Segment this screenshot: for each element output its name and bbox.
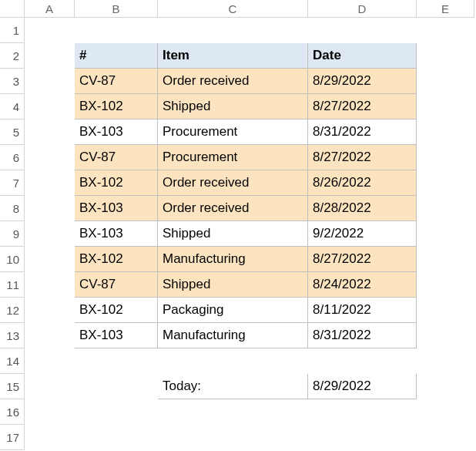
table-row-date[interactable]: 8/11/2022	[308, 298, 417, 323]
col-header-D[interactable]: D	[308, 0, 417, 18]
table-row-num[interactable]: BX-102	[75, 94, 158, 119]
cell-E15[interactable]	[417, 374, 474, 399]
cell-B14[interactable]	[75, 348, 158, 374]
table-row-num[interactable]: BX-103	[75, 196, 158, 221]
table-row-num[interactable]: BX-103	[75, 119, 158, 145]
cell-A9[interactable]	[25, 221, 75, 247]
table-row-date[interactable]: 8/26/2022	[308, 170, 417, 196]
table-row-date[interactable]: 8/29/2022	[308, 69, 417, 94]
cell-C14[interactable]	[158, 348, 308, 374]
table-row-num[interactable]: BX-102	[75, 298, 158, 323]
table-row-num[interactable]: BX-103	[75, 221, 158, 247]
row-header-3[interactable]: 3	[0, 69, 25, 94]
cell-B15[interactable]	[75, 374, 158, 399]
row-header-9[interactable]: 9	[0, 221, 25, 247]
cell-E6[interactable]	[417, 145, 474, 170]
table-row-date[interactable]: 8/27/2022	[308, 247, 417, 272]
table-header-item[interactable]: Item	[158, 43, 308, 69]
row-header-8[interactable]: 8	[0, 196, 25, 221]
table-row-item[interactable]: Procurement	[158, 145, 308, 170]
cell-C1[interactable]	[158, 18, 308, 43]
table-row-item[interactable]: Packaging	[158, 298, 308, 323]
cell-E9[interactable]	[417, 221, 474, 247]
table-row-date[interactable]: 8/31/2022	[308, 323, 417, 348]
cell-E13[interactable]	[417, 323, 474, 348]
today-value[interactable]: 8/29/2022	[308, 374, 417, 399]
table-row-item[interactable]: Shipped	[158, 94, 308, 119]
table-header-date[interactable]: Date	[308, 43, 417, 69]
cell-A8[interactable]	[25, 196, 75, 221]
row-header-17[interactable]: 17	[0, 425, 25, 450]
cell-E4[interactable]	[417, 94, 474, 119]
table-row-item[interactable]: Manufacturing	[158, 323, 308, 348]
cell-E16[interactable]	[417, 399, 474, 425]
cell-E5[interactable]	[417, 119, 474, 145]
table-row-date[interactable]: 8/28/2022	[308, 196, 417, 221]
row-header-4[interactable]: 4	[0, 94, 25, 119]
col-header-C[interactable]: C	[158, 0, 308, 18]
cell-A14[interactable]	[25, 348, 75, 374]
cell-E11[interactable]	[417, 272, 474, 298]
row-header-13[interactable]: 13	[0, 323, 25, 348]
cell-A6[interactable]	[25, 145, 75, 170]
cell-D17[interactable]	[308, 425, 417, 450]
table-row-num[interactable]: BX-103	[75, 323, 158, 348]
row-header-5[interactable]: 5	[0, 119, 25, 145]
table-row-num[interactable]: CV-87	[75, 69, 158, 94]
cell-A15[interactable]	[25, 374, 75, 399]
table-header-num[interactable]: #	[75, 43, 158, 69]
table-row-date[interactable]: 8/31/2022	[308, 119, 417, 145]
cell-E1[interactable]	[417, 18, 474, 43]
cell-E10[interactable]	[417, 247, 474, 272]
cell-A2[interactable]	[25, 43, 75, 69]
table-row-item[interactable]: Shipped	[158, 221, 308, 247]
cell-A7[interactable]	[25, 170, 75, 196]
table-row-item[interactable]: Procurement	[158, 119, 308, 145]
cell-B16[interactable]	[75, 399, 158, 425]
corner-cell[interactable]	[0, 0, 25, 18]
cell-A13[interactable]	[25, 323, 75, 348]
cell-E17[interactable]	[417, 425, 474, 450]
today-label[interactable]: Today:	[158, 374, 308, 399]
col-header-E[interactable]: E	[417, 0, 474, 18]
cell-E3[interactable]	[417, 69, 474, 94]
cell-A5[interactable]	[25, 119, 75, 145]
cell-A16[interactable]	[25, 399, 75, 425]
row-header-10[interactable]: 10	[0, 247, 25, 272]
cell-A4[interactable]	[25, 94, 75, 119]
row-header-2[interactable]: 2	[0, 43, 25, 69]
cell-E12[interactable]	[417, 298, 474, 323]
row-header-14[interactable]: 14	[0, 348, 25, 374]
cell-E2[interactable]	[417, 43, 474, 69]
cell-A17[interactable]	[25, 425, 75, 450]
table-row-date[interactable]: 8/27/2022	[308, 145, 417, 170]
table-row-num[interactable]: BX-102	[75, 170, 158, 196]
spreadsheet-grid[interactable]: ABCDE12#ItemDate3CV-87Order received8/29…	[0, 0, 476, 450]
cell-A12[interactable]	[25, 298, 75, 323]
row-header-15[interactable]: 15	[0, 374, 25, 399]
cell-C16[interactable]	[158, 399, 308, 425]
cell-D16[interactable]	[308, 399, 417, 425]
row-header-6[interactable]: 6	[0, 145, 25, 170]
table-row-item[interactable]: Order received	[158, 170, 308, 196]
cell-B1[interactable]	[75, 18, 158, 43]
cell-A11[interactable]	[25, 272, 75, 298]
table-row-num[interactable]: CV-87	[75, 272, 158, 298]
cell-A10[interactable]	[25, 247, 75, 272]
cell-D1[interactable]	[308, 18, 417, 43]
row-header-7[interactable]: 7	[0, 170, 25, 196]
col-header-A[interactable]: A	[25, 0, 75, 18]
table-row-num[interactable]: BX-102	[75, 247, 158, 272]
table-row-date[interactable]: 9/2/2022	[308, 221, 417, 247]
table-row-item[interactable]: Order received	[158, 196, 308, 221]
row-header-1[interactable]: 1	[0, 18, 25, 43]
row-header-16[interactable]: 16	[0, 399, 25, 425]
cell-E14[interactable]	[417, 348, 474, 374]
table-row-date[interactable]: 8/24/2022	[308, 272, 417, 298]
cell-B17[interactable]	[75, 425, 158, 450]
col-header-B[interactable]: B	[75, 0, 158, 18]
cell-E7[interactable]	[417, 170, 474, 196]
row-header-11[interactable]: 11	[0, 272, 25, 298]
cell-A3[interactable]	[25, 69, 75, 94]
cell-A1[interactable]	[25, 18, 75, 43]
